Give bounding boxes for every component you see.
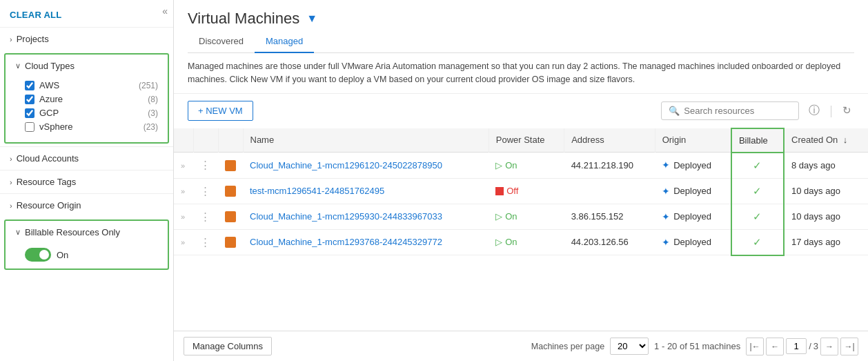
- page-separator: /: [809, 341, 811, 351]
- vm-name-link[interactable]: Cloud_Machine_1-mcm1293768-244245329772: [250, 237, 442, 247]
- refresh-icon[interactable]: ↻: [840, 104, 854, 117]
- total-pages: 3: [813, 341, 818, 351]
- col-billable[interactable]: Billable: [731, 128, 784, 153]
- origin-content: ✦ Deployed: [662, 237, 724, 248]
- expand-arrows-icon: »: [181, 213, 185, 221]
- info-icon[interactable]: ⓘ: [806, 104, 822, 118]
- last-page-button[interactable]: →|: [840, 338, 858, 355]
- tabs-row: Discovered Managed: [188, 30, 854, 53]
- cloud-type-azure-label: Azure: [39, 94, 144, 104]
- search-input[interactable]: [684, 106, 791, 116]
- play-icon: ▷: [495, 211, 502, 222]
- expand-cell[interactable]: »: [174, 178, 193, 204]
- manage-columns-button[interactable]: Manage Columns: [184, 337, 272, 355]
- col-origin[interactable]: Origin: [655, 128, 731, 153]
- origin-content: ✦ Deployed: [662, 159, 724, 170]
- origin-cell: ✦ Deployed: [655, 229, 731, 255]
- created-on-cell: 8 days ago: [784, 153, 868, 179]
- origin-content: ✦ Deployed: [662, 186, 724, 197]
- cloud-accounts-header[interactable]: › Cloud Accounts: [0, 147, 173, 170]
- cloud-accounts-arrow: ›: [10, 155, 12, 163]
- sidebar-collapse-button[interactable]: «: [162, 6, 168, 17]
- power-off-indicator: Off: [495, 186, 557, 196]
- page-header: Virtual Machines ▼ Discovered Managed: [174, 0, 868, 53]
- cloud-accounts-label: Cloud Accounts: [17, 153, 79, 164]
- billable-check-icon: ✓: [753, 211, 762, 222]
- prev-page-button[interactable]: ←: [766, 338, 784, 355]
- expand-cell[interactable]: »: [174, 153, 193, 179]
- col-name[interactable]: Name: [243, 128, 489, 153]
- description-box: Managed machines are those under full VM…: [174, 53, 868, 94]
- page-number-input[interactable]: [786, 338, 807, 354]
- cloud-type-azure-count: (8): [148, 95, 158, 104]
- per-page-select[interactable]: 20 50 100: [610, 338, 649, 355]
- filter-icon[interactable]: ▼: [306, 12, 317, 25]
- pagination-info: 1 - 20 of 51 machines: [654, 341, 740, 351]
- vm-name-link[interactable]: Cloud_Machine_1-mcm1295930-244833967033: [250, 211, 442, 222]
- actions-cell[interactable]: ⋮: [193, 204, 218, 229]
- expand-arrows-icon: »: [181, 238, 185, 246]
- cloud-type-azure-item: Azure (8): [25, 94, 158, 104]
- billable-toggle-row: On: [6, 244, 168, 269]
- footer-right: Machines per page 20 50 100 1 - 20 of 51…: [531, 338, 858, 355]
- expand-arrows-icon: »: [181, 187, 185, 195]
- origin-icon: ✦: [662, 211, 670, 222]
- power-state-cell: Off: [489, 178, 564, 204]
- actions-cell[interactable]: ⋮: [193, 178, 218, 204]
- origin-cell: ✦ Deployed: [655, 178, 731, 204]
- cloud-types-header[interactable]: ∨ Cloud Types: [6, 55, 168, 77]
- page-title: Virtual Machines: [188, 10, 299, 28]
- cloud-type-gcp-checkbox[interactable]: [25, 108, 34, 118]
- vm-type-icon: [225, 211, 236, 222]
- new-vm-button[interactable]: + NEW VM: [188, 101, 253, 121]
- cloud-type-aws-checkbox[interactable]: [25, 81, 34, 90]
- origin-icon: ✦: [662, 237, 670, 248]
- sort-icon: ↓: [843, 135, 848, 145]
- cloud-type-vsphere-checkbox[interactable]: [25, 122, 34, 132]
- vm-name-link[interactable]: test-mcm1296541-244851762495: [250, 186, 384, 196]
- cloud-type-gcp-label: GCP: [39, 108, 144, 118]
- projects-label: Projects: [17, 34, 49, 44]
- resource-origin-header[interactable]: › Resource Origin: [0, 194, 173, 217]
- expand-cell[interactable]: »: [174, 229, 193, 255]
- search-box: 🔍: [661, 101, 799, 120]
- table-header-row: Name Power State Address Origin Billable…: [174, 128, 868, 153]
- row-actions-icon: ⋮: [200, 236, 211, 248]
- billable-check-icon: ✓: [753, 159, 762, 171]
- billable-toggle-switch[interactable]: [25, 248, 51, 262]
- row-actions-icon: ⋮: [200, 159, 211, 170]
- billable-header[interactable]: ∨ Billable Resources Only: [6, 221, 168, 244]
- main-content: Virtual Machines ▼ Discovered Managed Ma…: [174, 0, 868, 361]
- projects-arrow: ›: [10, 35, 12, 43]
- vm-name-link[interactable]: Cloud_Machine_1-mcm1296120-245022878950: [250, 160, 442, 170]
- resource-tags-header[interactable]: › Resource Tags: [0, 170, 173, 193]
- table-footer: Manage Columns Machines per page 20 50 1…: [174, 331, 868, 361]
- resource-origin-label: Resource Origin: [17, 200, 81, 211]
- col-icon: [218, 128, 243, 153]
- col-address[interactable]: Address: [564, 128, 655, 153]
- billable-cell: ✓: [731, 178, 784, 204]
- col-created-on[interactable]: Created On ↓: [784, 128, 868, 153]
- projects-header[interactable]: › Projects: [0, 28, 173, 50]
- new-vm-label: + NEW VM: [198, 106, 243, 116]
- billable-cell: ✓: [731, 229, 784, 255]
- power-on-indicator: ▷ On: [495, 160, 557, 170]
- table-row: » ⋮ Cloud_Machine_1-mcm1293768-244245329…: [174, 229, 868, 255]
- actions-cell[interactable]: ⋮: [193, 229, 218, 255]
- resource-origin-arrow: ›: [10, 202, 12, 210]
- created-on-cell: 10 days ago: [784, 204, 868, 229]
- col-power-state[interactable]: Power State: [489, 128, 564, 153]
- resource-origin-section: › Resource Origin: [0, 193, 173, 217]
- first-page-button[interactable]: |←: [746, 338, 764, 355]
- tab-discovered[interactable]: Discovered: [188, 30, 255, 53]
- name-cell: Cloud_Machine_1-mcm1296120-245022878950: [243, 153, 489, 179]
- expand-cell[interactable]: »: [174, 204, 193, 229]
- cloud-type-azure-checkbox[interactable]: [25, 95, 34, 104]
- actions-cell[interactable]: ⋮: [193, 153, 218, 179]
- name-cell: Cloud_Machine_1-mcm1293768-244245329772: [243, 229, 489, 255]
- address-cell: 44.211.218.190: [564, 153, 655, 179]
- next-page-button[interactable]: →: [820, 338, 838, 355]
- tab-managed[interactable]: Managed: [255, 30, 314, 53]
- clear-all-button[interactable]: CLEAR ALL: [0, 0, 173, 27]
- name-cell: test-mcm1296541-244851762495: [243, 178, 489, 204]
